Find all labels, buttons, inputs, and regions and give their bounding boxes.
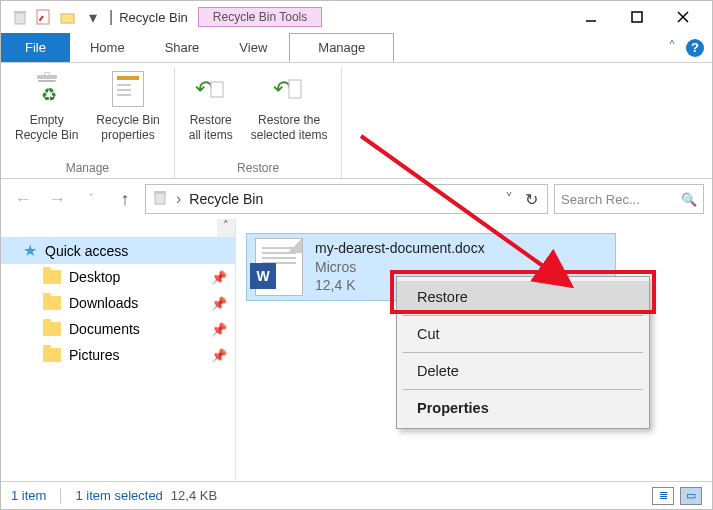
file-type-label: Micros (315, 258, 485, 277)
quick-access-star-icon: ★ (23, 241, 37, 260)
status-bar: 1 item 1 item selected 12,4 KB ≣ ▭ (1, 481, 712, 509)
tab-view[interactable]: View (219, 33, 287, 62)
status-selected-size: 12,4 KB (171, 488, 217, 503)
folder-icon (43, 270, 61, 284)
svg-rect-1 (14, 11, 26, 13)
chevron-right-icon[interactable]: › (176, 190, 181, 208)
qat-newfolder-icon[interactable] (59, 8, 77, 26)
recycle-bin-properties-button[interactable]: Recycle Bin properties (90, 67, 165, 159)
svg-rect-11 (155, 193, 165, 204)
address-dropdown-icon[interactable]: ˅ (505, 190, 513, 209)
recycle-bin-icon (152, 189, 168, 209)
refresh-button[interactable]: ↻ (521, 190, 541, 209)
qat-properties-icon[interactable] (35, 8, 53, 26)
empty-recycle-bin-button[interactable]: ♻ Empty Recycle Bin (9, 67, 84, 159)
status-selected-count: 1 item selected (75, 488, 162, 503)
view-details-button[interactable]: ≣ (652, 487, 674, 505)
context-menu-restore[interactable]: Restore (397, 281, 649, 313)
restore-selected-items-button[interactable]: ↶ Restore the selected items (245, 67, 334, 159)
titlebar: ▾ | Recycle Bin Recycle Bin Tools (1, 1, 712, 33)
qat-dropdown-icon[interactable]: ▾ (89, 8, 97, 27)
explorer-window: ▾ | Recycle Bin Recycle Bin Tools File H… (0, 0, 713, 510)
nav-back-button[interactable]: ← (9, 185, 37, 213)
address-location[interactable]: Recycle Bin (189, 191, 263, 207)
address-bar[interactable]: › Recycle Bin ˅ ↻ (145, 184, 548, 214)
maximize-button[interactable] (614, 2, 660, 32)
nav-history-dropdown[interactable]: ˅ (77, 185, 105, 213)
pin-icon: 📌 (211, 270, 227, 285)
folder-icon (43, 296, 61, 310)
recycle-bin-icon (11, 8, 29, 26)
svg-point-3 (39, 19, 41, 21)
word-document-icon: W (255, 238, 303, 296)
tab-share[interactable]: Share (145, 33, 220, 62)
ribbon: ♻ Empty Recycle Bin Recycle Bin properti… (1, 63, 712, 179)
file-name-label: my-dearest-document.docx (315, 239, 485, 258)
collapse-ribbon-icon[interactable]: ˄ (668, 38, 676, 57)
search-icon: 🔍 (681, 192, 697, 207)
svg-rect-4 (61, 14, 74, 23)
help-icon[interactable]: ? (686, 39, 704, 57)
nav-up-button[interactable]: ↑ (111, 185, 139, 213)
svg-rect-9 (211, 82, 223, 97)
context-menu-separator (403, 352, 643, 353)
search-input[interactable]: Search Rec... 🔍 (554, 184, 704, 214)
context-menu: Restore Cut Delete Properties (396, 276, 650, 429)
pin-icon: 📌 (211, 296, 227, 311)
close-button[interactable] (660, 2, 706, 32)
search-placeholder: Search Rec... (561, 192, 640, 207)
folder-icon (43, 348, 61, 362)
contextual-tools-tab: Recycle Bin Tools (198, 7, 323, 27)
scrollbar-up-icon[interactable]: ˄ (217, 219, 235, 237)
tab-home[interactable]: Home (70, 33, 145, 62)
tab-manage[interactable]: Manage (289, 33, 394, 62)
ribbon-tabs: File Home Share View Manage ˄ ? (1, 33, 712, 63)
context-menu-cut[interactable]: Cut (397, 318, 649, 350)
context-menu-separator (403, 389, 643, 390)
svg-rect-6 (632, 12, 642, 22)
navigation-bar: ← → ˅ ↑ › Recycle Bin ˅ ↻ Search Rec... … (1, 179, 712, 219)
ribbon-group-restore: ↶ Restore all items ↶ Restore the select… (175, 67, 343, 178)
context-menu-properties[interactable]: Properties (397, 392, 649, 424)
sidebar-item-downloads[interactable]: Downloads 📌 (1, 290, 235, 316)
tab-file[interactable]: File (1, 33, 70, 62)
window-title: Recycle Bin (119, 10, 188, 25)
navigation-pane: ˄ ★ Quick access Desktop 📌 Downloads 📌 D… (1, 219, 236, 481)
status-item-count: 1 item (11, 488, 46, 503)
sidebar-item-documents[interactable]: Documents 📌 (1, 316, 235, 342)
ribbon-group-label: Restore (237, 159, 279, 176)
pin-icon: 📌 (211, 348, 227, 363)
sidebar-item-pictures[interactable]: Pictures 📌 (1, 342, 235, 368)
ribbon-group-label: Manage (66, 159, 109, 176)
folder-icon (43, 322, 61, 336)
view-large-icons-button[interactable]: ▭ (680, 487, 702, 505)
svg-rect-12 (154, 191, 166, 193)
context-menu-separator (403, 315, 643, 316)
pin-icon: 📌 (211, 322, 227, 337)
svg-rect-0 (15, 13, 25, 24)
sidebar-item-desktop[interactable]: Desktop 📌 (1, 264, 235, 290)
sidebar-item-quick-access[interactable]: ★ Quick access (1, 237, 235, 264)
svg-rect-10 (289, 80, 301, 98)
context-menu-delete[interactable]: Delete (397, 355, 649, 387)
ribbon-group-manage: ♻ Empty Recycle Bin Recycle Bin properti… (1, 67, 175, 178)
restore-all-items-button[interactable]: ↶ Restore all items (183, 67, 239, 159)
minimize-button[interactable] (568, 2, 614, 32)
nav-forward-button[interactable]: → (43, 185, 71, 213)
